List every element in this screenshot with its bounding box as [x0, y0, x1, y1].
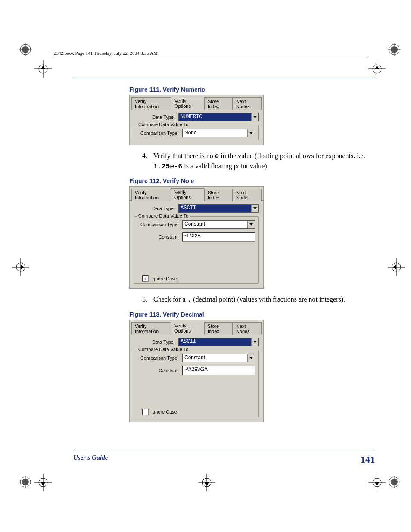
step-4: 4. Verify that there is no e in the valu… [142, 151, 375, 171]
data-type-select[interactable]: ASCII [178, 338, 259, 346]
comparison-type-select[interactable]: Constant [182, 220, 255, 229]
chevron-down-icon[interactable] [251, 113, 258, 121]
regmark-icon [388, 43, 401, 56]
crosshair-icon [368, 60, 386, 78]
step-text: Check for a . (decimal point) (values wi… [153, 295, 375, 305]
svg-marker-31 [393, 265, 396, 269]
comparison-type-value: Constant [183, 221, 247, 228]
comparison-type-label: Comparison Type: [138, 131, 182, 136]
step-text: Verify that there is no e in the value (… [153, 151, 375, 171]
page-number: 141 [361, 454, 375, 465]
constant-label: Constant: [138, 234, 182, 240]
data-type-select[interactable]: NUMERIC [178, 113, 259, 121]
top-rule [73, 78, 375, 78]
tabstrip: Verify Information Verify Options Store … [130, 95, 263, 109]
step-number: 5. [142, 295, 153, 305]
header-rule [54, 56, 368, 56]
page-header-text: 2342.book Page 141 Thursday, July 22, 20… [54, 50, 158, 56]
svg-marker-47 [249, 223, 253, 226]
chevron-down-icon[interactable] [251, 205, 258, 212]
compare-legend: Compare Data Value To [137, 213, 190, 218]
constant-label: Constant: [138, 368, 182, 373]
ignore-case-label: Ignore Case [151, 276, 177, 281]
crosshair-icon [34, 474, 52, 491]
svg-marker-48 [253, 341, 257, 343]
step-5: 5. Check for a . (decimal point) (values… [142, 295, 375, 305]
svg-marker-49 [249, 357, 253, 359]
svg-marker-45 [249, 132, 253, 134]
tab-store-index[interactable]: Store Index [204, 189, 233, 201]
chevron-down-icon[interactable] [251, 338, 258, 346]
comparison-type-value: Constant [183, 354, 247, 362]
data-type-label: Data Type: [134, 115, 178, 120]
data-type-select[interactable]: ASCII [178, 204, 259, 213]
tab-store-index[interactable]: Store Index [204, 322, 233, 335]
tab-next-nodes[interactable]: Next Nodes [233, 322, 262, 335]
data-type-value: ASCII [179, 338, 251, 346]
chevron-down-icon[interactable] [247, 129, 255, 137]
verify-decimal-panel: Verify Information Verify Options Store … [129, 320, 264, 422]
crosshair-icon [12, 258, 29, 276]
data-type-value: ASCII [179, 205, 251, 212]
regmark-icon [388, 476, 401, 488]
tab-verify-options[interactable]: Verify Options [171, 322, 204, 334]
step-number: 4. [142, 151, 153, 171]
crosshair-icon [34, 60, 52, 78]
data-type-label: Data Type: [134, 206, 178, 211]
chevron-down-icon[interactable] [247, 221, 255, 228]
verify-no-e-panel: Verify Information Verify Options Store … [129, 186, 264, 289]
tab-next-nodes[interactable]: Next Nodes [233, 189, 262, 201]
compare-legend: Compare Data Value To [137, 347, 190, 352]
tab-next-nodes[interactable]: Next Nodes [233, 97, 262, 110]
svg-marker-23 [375, 65, 379, 69]
tab-verify-information[interactable]: Verify Information [131, 322, 171, 335]
tab-verify-options[interactable]: Verify Options [171, 97, 204, 109]
tab-verify-information[interactable]: Verify Information [131, 189, 171, 201]
ignore-case-checkbox[interactable] [142, 409, 149, 415]
svg-marker-39 [375, 482, 379, 486]
svg-marker-46 [253, 207, 257, 210]
tabstrip: Verify Information Verify Options Store … [130, 187, 263, 201]
svg-marker-19 [41, 65, 45, 69]
regmark-icon [19, 476, 32, 488]
comparison-type-label: Comparison Type: [138, 355, 182, 361]
tab-store-index[interactable]: Store Index [204, 97, 233, 110]
footer-title: User's Guide [73, 454, 108, 465]
crosshair-icon [388, 258, 405, 276]
data-type-label: Data Type: [134, 339, 178, 345]
regmark-icon [19, 43, 32, 56]
constant-input[interactable]: ~\X2E\X2A [182, 366, 255, 375]
svg-marker-35 [41, 482, 45, 486]
comparison-type-select[interactable]: Constant [182, 354, 255, 362]
figure-112-caption: Figure 112. Verify No e [129, 177, 375, 184]
svg-marker-27 [21, 265, 24, 269]
svg-marker-43 [205, 482, 209, 486]
ignore-case-checkbox[interactable]: ✓ [142, 275, 149, 282]
comparison-type-select[interactable]: None [182, 129, 255, 137]
verify-numeric-panel: Verify Information Verify Options Store … [129, 95, 264, 145]
comparison-type-label: Comparison Type: [138, 222, 182, 227]
figure-113-caption: Figure 113. Verify Decimal [129, 311, 375, 318]
svg-marker-44 [253, 116, 257, 118]
tab-verify-information[interactable]: Verify Information [131, 97, 171, 110]
crosshair-icon [368, 474, 386, 491]
figure-111-caption: Figure 111. Verify Numeric [129, 86, 375, 93]
tabstrip: Verify Information Verify Options Store … [130, 320, 263, 334]
chevron-down-icon[interactable] [247, 354, 255, 362]
data-type-value: NUMERIC [179, 113, 251, 121]
comparison-type-value: None [183, 129, 247, 137]
tab-verify-options[interactable]: Verify Options [171, 188, 204, 201]
constant-input[interactable]: ~E\X2A [182, 232, 255, 242]
compare-legend: Compare Data Value To [137, 122, 190, 127]
crosshair-icon [198, 474, 215, 491]
ignore-case-label: Ignore Case [151, 409, 177, 414]
footer-rule [73, 451, 375, 451]
